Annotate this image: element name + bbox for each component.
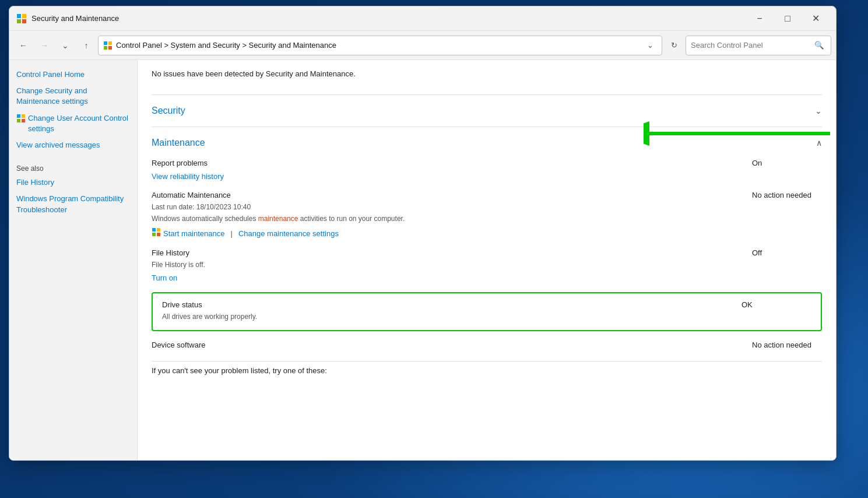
uac-shield-icon bbox=[16, 114, 26, 123]
navigation-bar: ← → ⌄ ↑ Control Panel > System and Secur… bbox=[9, 31, 836, 60]
auto-maintenance-row: Automatic Maintenance No action needed bbox=[152, 191, 822, 199]
sidebar-change-security[interactable]: Change Security and Maintenance settings bbox=[16, 86, 130, 107]
report-problems-status: On bbox=[752, 159, 822, 167]
device-software-label: Device software bbox=[152, 341, 752, 349]
drive-status-row: Drive status OK bbox=[162, 300, 811, 309]
window-controls: − □ ✕ bbox=[746, 9, 829, 28]
drive-status-value: OK bbox=[742, 300, 811, 309]
close-button[interactable]: ✕ bbox=[802, 9, 829, 28]
sidebar-uac-item: Change User Account Control settings bbox=[16, 113, 130, 134]
sidebar-control-panel-home[interactable]: Control Panel Home bbox=[16, 69, 130, 80]
search-bar: 🔍 bbox=[686, 36, 831, 55]
title-bar: Security and Maintenance − □ ✕ bbox=[9, 6, 836, 31]
view-reliability-link[interactable]: View reliability history bbox=[152, 172, 224, 181]
svg-rect-8 bbox=[17, 114, 20, 118]
sidebar: Control Panel Home Change Security and M… bbox=[9, 60, 138, 460]
sidebar-compat-troubleshooter[interactable]: Windows Program Compatibility Troublesho… bbox=[16, 194, 130, 215]
address-icon bbox=[103, 41, 113, 50]
file-history-links: Turn on bbox=[152, 272, 822, 283]
file-history-desc: File History is off. bbox=[152, 259, 822, 270]
address-bar: Control Panel > System and Security > Se… bbox=[98, 36, 662, 55]
sidebar-archived-messages[interactable]: View archived messages bbox=[16, 140, 130, 150]
main-panel: No issues have been detected by Security… bbox=[138, 60, 836, 460]
svg-rect-14 bbox=[152, 228, 156, 232]
svg-rect-6 bbox=[104, 46, 107, 50]
forward-button[interactable]: → bbox=[35, 36, 54, 55]
status-message: No issues have been detected by Security… bbox=[152, 69, 822, 85]
divider-top bbox=[152, 94, 822, 95]
maintenance-title: Maintenance bbox=[152, 138, 205, 148]
drive-status-label: Drive status bbox=[162, 300, 742, 309]
auto-maintenance-status: No action needed bbox=[752, 191, 822, 199]
svg-rect-3 bbox=[22, 19, 26, 23]
maximize-button[interactable]: □ bbox=[774, 9, 801, 28]
link-separator: | bbox=[231, 229, 233, 238]
file-history-status: Off bbox=[752, 248, 822, 257]
auto-maintenance-date: Last run date: 18/10/2023 10:40 bbox=[152, 202, 822, 212]
sidebar-uac-link[interactable]: Change User Account Control settings bbox=[28, 113, 130, 134]
main-window: Security and Maintenance − □ ✕ ← → ⌄ ↑ C… bbox=[9, 6, 837, 461]
search-button[interactable]: 🔍 bbox=[812, 38, 826, 52]
maintenance-section-header[interactable]: Maintenance ∧ bbox=[152, 132, 822, 154]
breadcrumb-text: Control Panel > System and Security > Se… bbox=[116, 41, 336, 50]
maintenance-action-links: Start maintenance | Change maintenance s… bbox=[152, 227, 822, 239]
breadcrumb: Control Panel > System and Security > Se… bbox=[116, 41, 639, 50]
divider-mid bbox=[152, 127, 822, 127]
search-input[interactable] bbox=[691, 41, 812, 50]
drive-status-box: Drive status OK All drives are working p… bbox=[152, 292, 822, 331]
svg-rect-7 bbox=[108, 46, 112, 50]
sidebar-file-history[interactable]: File History bbox=[16, 177, 130, 188]
svg-rect-2 bbox=[17, 19, 21, 23]
file-history-label: File History bbox=[152, 248, 752, 257]
reliability-history-link-container: View reliability history bbox=[152, 171, 822, 181]
minimize-button[interactable]: − bbox=[746, 9, 773, 28]
window-icon bbox=[16, 13, 27, 24]
svg-rect-1 bbox=[22, 14, 26, 18]
divider-bottom bbox=[152, 361, 822, 362]
up-button[interactable]: ↑ bbox=[77, 36, 96, 55]
sidebar-see-also-label: See also bbox=[16, 164, 130, 173]
refresh-button[interactable]: ↻ bbox=[665, 36, 683, 55]
start-maintenance-link[interactable]: Start maintenance bbox=[163, 229, 225, 238]
device-software-status: No action needed bbox=[752, 341, 822, 349]
content-area: Control Panel Home Change Security and M… bbox=[9, 60, 836, 460]
auto-maintenance-desc: Windows automatically schedules maintena… bbox=[152, 213, 822, 224]
maintenance-content: Report problems On View reliability hist… bbox=[152, 154, 822, 356]
svg-rect-15 bbox=[157, 228, 160, 232]
svg-rect-10 bbox=[17, 119, 20, 122]
device-software-row: Device software No action needed bbox=[152, 341, 822, 349]
svg-rect-17 bbox=[157, 233, 160, 236]
svg-rect-4 bbox=[104, 41, 107, 45]
address-dropdown-button[interactable]: ⌄ bbox=[643, 38, 657, 52]
security-chevron-icon: ⌄ bbox=[815, 106, 822, 115]
back-button[interactable]: ← bbox=[14, 36, 33, 55]
report-problems-label: Report problems bbox=[152, 159, 752, 167]
window-title: Security and Maintenance bbox=[31, 14, 746, 23]
turn-on-file-history-link[interactable]: Turn on bbox=[152, 273, 177, 282]
svg-rect-16 bbox=[152, 233, 156, 236]
security-section-header[interactable]: Security ⌄ bbox=[152, 100, 822, 122]
change-maintenance-settings-link[interactable]: Change maintenance settings bbox=[238, 229, 339, 238]
svg-rect-11 bbox=[22, 119, 25, 122]
maintenance-chevron-icon: ∧ bbox=[816, 138, 822, 148]
svg-rect-0 bbox=[17, 14, 21, 18]
report-problems-row: Report problems On bbox=[152, 159, 822, 167]
security-title: Security bbox=[152, 106, 185, 116]
auto-maintenance-label: Automatic Maintenance bbox=[152, 191, 752, 199]
svg-rect-9 bbox=[22, 114, 25, 118]
file-history-row: File History Off bbox=[152, 248, 822, 257]
file-history-section: File History Off File History is off. Tu… bbox=[152, 248, 822, 283]
maintenance-shield-icon bbox=[152, 227, 161, 239]
bottom-text: If you can't see your problem listed, tr… bbox=[152, 366, 822, 375]
svg-rect-5 bbox=[108, 41, 112, 45]
recent-button[interactable]: ⌄ bbox=[56, 36, 75, 55]
drive-status-desc: All drives are working properly. bbox=[162, 311, 811, 322]
